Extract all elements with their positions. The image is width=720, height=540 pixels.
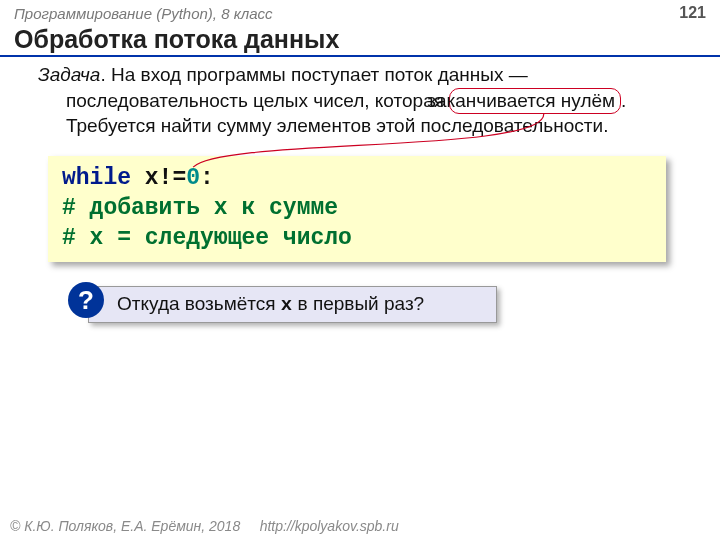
course-label: Программирование (Python), 8 класс (14, 5, 273, 22)
page-title: Обработка потока данных (0, 24, 720, 57)
task-label: Задача (38, 64, 100, 85)
code-cond-var: x!= (131, 165, 186, 191)
footer: © К.Ю. Поляков, Е.А. Ерёмин, 2018 http:/… (10, 518, 399, 534)
code-colon: : (200, 165, 214, 191)
task-paragraph: Задача. На вход программы поступает пото… (66, 63, 682, 138)
page-number: 121 (679, 4, 706, 22)
footer-url: http://kpolyakov.spb.ru (260, 518, 399, 534)
code-comment-1: # добавить x к сумме (62, 194, 652, 224)
code-comment-2: # x = следующее число (62, 224, 652, 254)
question-var: x (281, 294, 292, 316)
code-block: while x!=0: # добавить x к сумме # x = с… (48, 156, 666, 262)
code-keyword-while: while (62, 165, 131, 191)
question-box: Откуда возьмётся x в первый раз? (88, 286, 497, 323)
code-zero-literal: 0 (186, 165, 200, 191)
question-before: Откуда возьмётся (117, 293, 281, 314)
question-mark-icon: ? (68, 282, 104, 318)
highlight-ends-with-zero: заканчивается нулём (449, 88, 621, 114)
question-after: в первый раз? (292, 293, 424, 314)
footer-copyright: © К.Ю. Поляков, Е.А. Ерёмин, 2018 (10, 518, 240, 534)
